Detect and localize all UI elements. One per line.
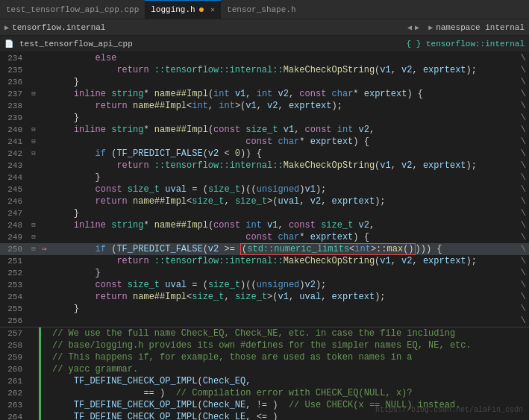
filepath-bar: 📄 test_tensorflow_api_cpp { } tensorflow…: [0, 36, 529, 52]
code-line-244: 244 } \: [0, 172, 529, 184]
code-line-243: 243 return ::tensorflow::internal::MakeC…: [0, 160, 529, 172]
code-line-264: 264 TF_DEFINE_CHECK_OP_IMPL(Check_LE, <=…: [0, 411, 529, 420]
code-line-250: 250 ⊟ ⇒ if (TF_PREDICT_FALSE(v2 >= (std:…: [0, 243, 529, 255]
code-line-234: 234 else \: [0, 52, 529, 64]
code-line-257: 257 // We use the full name Check_EQ, Ch…: [0, 327, 529, 339]
code-line-262: 262 == ) // Compilation error with CHECK…: [0, 387, 529, 399]
code-line-248: 248 ⊟ inline string* name##Impl(const in…: [0, 219, 529, 231]
code-line-259: 259 // This happens if, for example, tho…: [0, 351, 529, 363]
breadcrumb-arrow-icon: ▶: [4, 23, 9, 32]
tab-bar: test_tensorflow_api_cpp.cpp logging.h ● …: [0, 0, 529, 19]
code-line-245: 245 const size_t uval = (size_t)((unsign…: [0, 184, 529, 195]
code-line-246: 246 return name##Impl<size_t, size_t>(uv…: [0, 195, 529, 207]
tab-label: logging.h: [151, 5, 195, 14]
code-line-239: 239 } \: [0, 112, 529, 124]
tab-label: tensor_shape.h: [227, 5, 295, 14]
code-line-238: 238 return name##Impl<int, int>(v1, v2, …: [0, 100, 529, 112]
code-editor: 234 else \ 235 return ::tensorflow::inte…: [0, 52, 529, 420]
nav-left-icon[interactable]: ◀: [407, 23, 412, 32]
code-line-249: 249 ⊟ const char* exprtext) { \: [0, 231, 529, 243]
modified-indicator: ●: [198, 4, 204, 16]
code-line-242: 242 ⊟ if (TF_PREDICT_FALSE(v2 < 0)) { \: [0, 148, 529, 160]
code-line-251: 251 return ::tensorflow::internal::MakeC…: [0, 255, 529, 267]
tab-tensor-shape[interactable]: tensor_shape.h: [221, 0, 301, 19]
code-line-235: 235 return ::tensorflow::internal::MakeC…: [0, 64, 529, 76]
close-icon[interactable]: ✕: [210, 5, 215, 14]
code-line-255: 255 } \: [0, 303, 529, 315]
file-icon: 📄: [4, 40, 13, 48]
breadcrumb-namespace2[interactable]: namespace internal: [436, 23, 525, 32]
code-line-254: 254 return name##Impl<size_t, size_t>(v1…: [0, 291, 529, 303]
code-line-258: 258 // base/logging.h provides its own #…: [0, 339, 529, 351]
func-indicator: { } tensorflow::internal: [407, 40, 525, 48]
code-line-237: 237 ⊟ inline string* name##Impl(int v1, …: [0, 88, 529, 100]
code-line-252: 252 } \: [0, 267, 529, 279]
code-line-261: 261 TF_DEFINE_CHECK_OP_IMPL(Check_EQ,: [0, 375, 529, 387]
tab-label: test_tensorflow_api_cpp.cpp: [6, 5, 139, 14]
code-line-260: 260 // yacc grammar.: [0, 363, 529, 375]
code-line-253: 253 const size_t uval = (size_t)((unsign…: [0, 279, 529, 291]
code-line-241: 241 ⊟ const char* exprtext) { \: [0, 136, 529, 148]
filepath-label: test_tensorflow_api_cpp: [19, 40, 133, 48]
breadcrumb-namespace[interactable]: tensorflow.internal: [12, 23, 105, 32]
code-line-256: 256 \: [0, 315, 529, 327]
tab-logging-h[interactable]: logging.h ● ✕: [145, 0, 221, 19]
nav-right-icon[interactable]: ▶: [415, 23, 419, 32]
code-line-240: 240 ⊟ inline string* name##Impl(const si…: [0, 124, 529, 136]
code-line-236: 236 } \: [0, 76, 529, 88]
breadcrumb-arrow2-icon: ▶: [428, 23, 433, 32]
tab-test-cpp[interactable]: test_tensorflow_api_cpp.cpp: [0, 0, 145, 19]
code-line-263: 263 TF_DEFINE_CHECK_OP_IMPL(Check_NE, !=…: [0, 399, 529, 411]
breadcrumb-bar-1: ▶ tensorflow.internal ◀ ▶ ▶ namespace in…: [0, 19, 529, 36]
code-line-247: 247 } \: [0, 207, 529, 219]
